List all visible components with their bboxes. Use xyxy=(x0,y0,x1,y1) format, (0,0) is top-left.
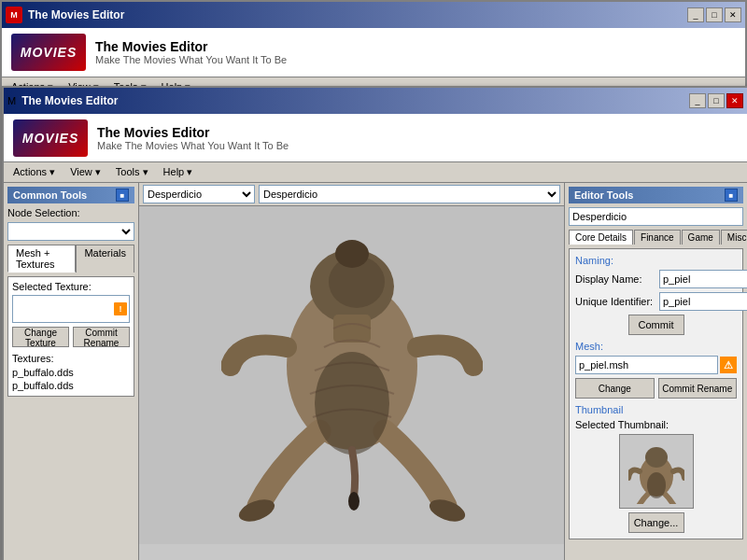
viewport-dropdown1[interactable]: Desperdicio xyxy=(143,185,255,203)
textures-label: Textures: xyxy=(12,353,130,364)
outer-titlebar: M The Movies Editor _ □ ✕ xyxy=(2,2,745,28)
mesh-change-button[interactable]: Change xyxy=(575,378,655,399)
editor-tools-label: Editor Tools xyxy=(574,189,633,201)
inner-win-buttons: _ □ ✕ xyxy=(689,93,743,108)
viewport: Desperdicio Desperdicio xyxy=(139,183,565,560)
panel-expand-icon[interactable]: ■ xyxy=(116,189,129,202)
right-tabs: Core Details Finance Game Miscellaneous xyxy=(569,230,743,245)
mesh-input[interactable] xyxy=(575,356,718,374)
tab-mesh-textures[interactable]: Mesh + Textures xyxy=(7,245,76,273)
inner-title: The Movies Editor xyxy=(21,94,118,107)
svg-rect-2 xyxy=(333,315,371,343)
left-tabs-bar: Mesh + Textures Materials xyxy=(7,245,134,273)
selected-texture-label: Selected Texture: xyxy=(12,281,130,292)
inner-close-button[interactable]: ✕ xyxy=(726,93,743,108)
mesh-warning-icon: ⚠ xyxy=(720,357,737,373)
naming-label: Naming: xyxy=(575,255,737,266)
unique-id-input[interactable] xyxy=(659,292,747,311)
naming-commit-button[interactable]: Commit xyxy=(628,315,684,335)
logo-text: MOVIES xyxy=(21,45,77,60)
right-panel-expand-icon[interactable]: ■ xyxy=(725,189,738,202)
inner-menu-tools[interactable]: Tools ▾ xyxy=(110,164,154,180)
svg-point-11 xyxy=(647,472,666,498)
inner-header-text: The Movies Editor Make The Movies What Y… xyxy=(97,125,289,151)
texture-item-1: p_buffalo.dds xyxy=(12,366,130,379)
tab-materials[interactable]: Materials xyxy=(76,245,134,273)
node-selection-label: Node Selection: xyxy=(7,207,80,218)
tab-finance[interactable]: Finance xyxy=(634,230,681,245)
inner-menubar: Actions ▾ View ▾ Tools ▾ Help ▾ xyxy=(4,162,747,183)
node-select-dropdown[interactable] xyxy=(7,222,134,241)
app-subtitle: Make The Movies What You Want It To Be xyxy=(95,54,287,65)
svg-point-5 xyxy=(315,352,389,455)
maximize-button[interactable]: □ xyxy=(706,7,723,22)
svg-point-7 xyxy=(335,240,369,268)
mesh-buttons: Change Commit Rename xyxy=(575,378,737,399)
inner-app-icon: M xyxy=(7,95,16,106)
left-panel: Common Tools ■ Node Selection: Mesh + Te… xyxy=(4,183,139,560)
tab-game[interactable]: Game xyxy=(682,230,720,245)
left-panel-header: Common Tools ■ xyxy=(7,187,134,203)
inner-window: M The Movies Editor _ □ ✕ MOVIES The Mov… xyxy=(2,86,747,560)
inner-header: MOVIES The Movies Editor Make The Movies… xyxy=(4,114,747,162)
selected-thumbnail-label: Selected Thumbnail: xyxy=(575,419,737,430)
thumbnail-preview xyxy=(619,434,694,509)
inner-app-subtitle: Make The Movies What You Want It To Be xyxy=(97,140,289,151)
inner-maximize-button[interactable]: □ xyxy=(708,93,725,108)
inner-menu-view[interactable]: View ▾ xyxy=(64,164,106,180)
thumbnail-creature-svg xyxy=(628,439,684,504)
svg-point-8 xyxy=(348,492,359,511)
close-button[interactable]: ✕ xyxy=(725,7,741,22)
commit-rename-button[interactable]: Commit Rename xyxy=(73,327,130,347)
inner-app-title: The Movies Editor xyxy=(97,125,289,140)
app-icon: M xyxy=(6,7,22,23)
display-name-label: Display Name: xyxy=(575,273,659,285)
texture-list: p_buffalo.dds p_buffalo.dds xyxy=(12,366,130,392)
app-title: The Movies Editor xyxy=(95,39,287,54)
right-panel-header: Editor Tools ■ xyxy=(569,187,743,203)
main-content: Common Tools ■ Node Selection: Mesh + Te… xyxy=(4,183,747,560)
creature-viewport-svg xyxy=(221,217,483,534)
common-tools-label: Common Tools xyxy=(13,189,87,201)
inner-logo-text: MOVIES xyxy=(22,131,78,146)
unique-id-label: Unique Identifier: xyxy=(575,296,659,307)
viewport-toolbar: Desperdicio Desperdicio xyxy=(139,183,564,206)
texture-preview-box: ! xyxy=(12,295,130,323)
inner-menu-help[interactable]: Help ▾ xyxy=(158,164,199,180)
tab-core-details[interactable]: Core Details xyxy=(569,230,633,245)
thumbnail-label: Thumbnail xyxy=(575,404,737,415)
outer-header-text: The Movies Editor Make The Movies What Y… xyxy=(95,39,287,65)
svg-point-10 xyxy=(645,447,668,468)
tab-miscellaneous[interactable]: Miscellaneous xyxy=(721,230,747,245)
mesh-label: Mesh: xyxy=(575,341,737,352)
mesh-commit-rename-button[interactable]: Commit Rename xyxy=(658,378,738,399)
editor-name-input[interactable] xyxy=(569,207,743,226)
unique-id-row: Unique Identifier: xyxy=(575,292,737,311)
thumbnail-change-button[interactable]: Change... xyxy=(628,512,684,533)
display-name-input[interactable] xyxy=(659,270,747,288)
texture-item-2: p_buffalo.dds xyxy=(12,379,130,392)
mesh-input-row: ⚠ xyxy=(575,356,737,374)
inner-logo: MOVIES xyxy=(13,119,88,157)
display-name-row: Display Name: xyxy=(575,270,737,288)
outer-header: MOVIES The Movies Editor Make The Movies… xyxy=(2,28,745,77)
outer-logo: MOVIES xyxy=(11,34,86,71)
node-selection-row: Node Selection: xyxy=(7,207,134,218)
viewport-dropdown2[interactable]: Desperdicio xyxy=(259,185,560,203)
inner-minimize-button[interactable]: _ xyxy=(689,93,706,108)
texture-warning-icon: ! xyxy=(114,302,127,315)
texture-btn-row: Change Texture Commit Rename xyxy=(12,327,130,347)
outer-window: M The Movies Editor _ □ ✕ MOVIES The Mov… xyxy=(0,0,747,560)
viewport-canvas xyxy=(139,206,564,544)
outer-win-buttons: _ □ ✕ xyxy=(687,7,741,22)
change-texture-button[interactable]: Change Texture xyxy=(12,327,69,347)
right-panel: Editor Tools ■ Core Details Finance Game… xyxy=(565,183,747,560)
minimize-button[interactable]: _ xyxy=(687,7,704,22)
outer-title: The Movies Editor xyxy=(28,8,124,21)
inner-menu-actions[interactable]: Actions ▾ xyxy=(7,164,61,180)
inner-titlebar: M The Movies Editor _ □ ✕ xyxy=(4,88,747,114)
